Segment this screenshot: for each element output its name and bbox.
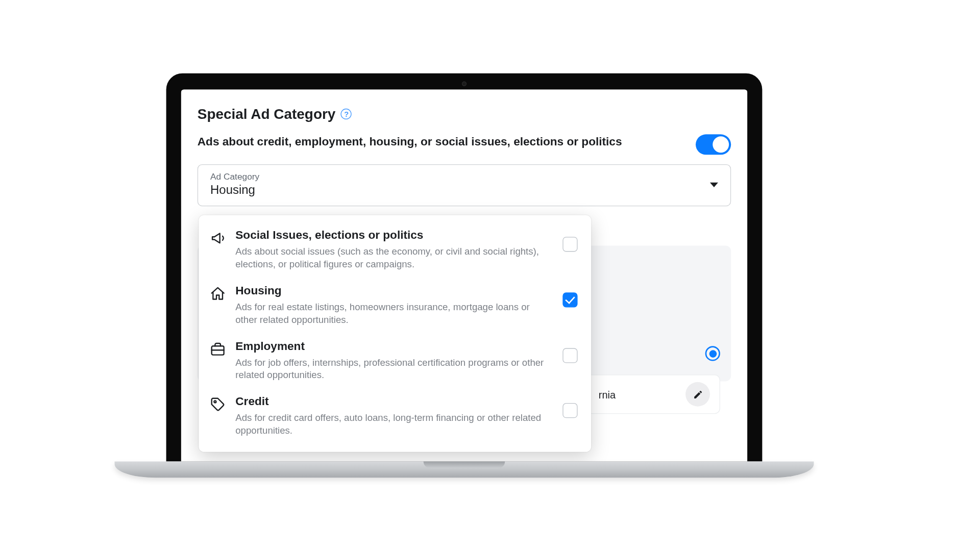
select-labels: Ad Category Housing [210,172,259,198]
option-checkbox[interactable] [562,237,577,252]
option-checkbox[interactable] [562,348,577,363]
radio-selected[interactable] [705,346,720,361]
screen-bezel: Special Ad Category ? Ads about credit, … [166,73,763,462]
help-icon[interactable]: ? [341,109,352,119]
category-toggle[interactable] [696,134,731,155]
ad-category-select[interactable]: Ad Category Housing [198,164,731,206]
ad-category-dropdown[interactable]: Social Issues, elections or politics Ads… [199,215,591,452]
toggle-knob [713,136,729,153]
page-title: Special Ad Category [198,106,336,122]
option-title: Credit [235,395,553,409]
svg-point-1 [214,401,216,403]
header-row: Special Ad Category ? [198,106,731,122]
laptop-base [115,461,814,478]
option-housing[interactable]: Housing Ads for real estate listings, ho… [199,278,591,333]
option-checkbox[interactable] [562,403,577,418]
option-desc: Ads about social issues (such as the eco… [235,245,553,270]
camera-dot [462,82,467,86]
select-field-value: Housing [210,183,259,197]
pencil-icon [693,389,703,399]
edit-button[interactable] [685,382,710,407]
option-desc: Ads for credit card offers, auto loans, … [235,411,553,437]
option-credit[interactable]: Credit Ads for credit card offers, auto … [199,388,591,444]
laptop-frame: Special Ad Category ? Ads about credit, … [166,73,814,478]
tag-icon [210,396,226,413]
option-checkbox[interactable] [562,292,577,307]
house-icon [210,286,226,302]
option-employment[interactable]: Employment Ads for job offers, internshi… [199,333,591,388]
option-title: Housing [235,284,553,298]
content-area: Special Ad Category ? Ads about credit, … [181,90,747,207]
screen: Special Ad Category ? Ads about credit, … [181,90,747,462]
briefcase-icon [210,341,226,357]
chevron-down-icon [710,182,718,187]
option-desc: Ads for real estate listings, homeowners… [235,300,553,326]
select-field-label: Ad Category [210,172,259,182]
option-title: Social Issues, elections or politics [235,229,553,242]
option-social[interactable]: Social Issues, elections or politics Ads… [199,222,591,278]
laptop-notch [424,461,505,468]
option-title: Employment [235,340,553,354]
toggle-label: Ads about credit, employment, housing, o… [198,134,622,150]
toggle-row: Ads about credit, employment, housing, o… [198,134,731,155]
megaphone-icon [210,230,226,246]
option-desc: Ads for job offers, internships, profess… [235,356,553,382]
